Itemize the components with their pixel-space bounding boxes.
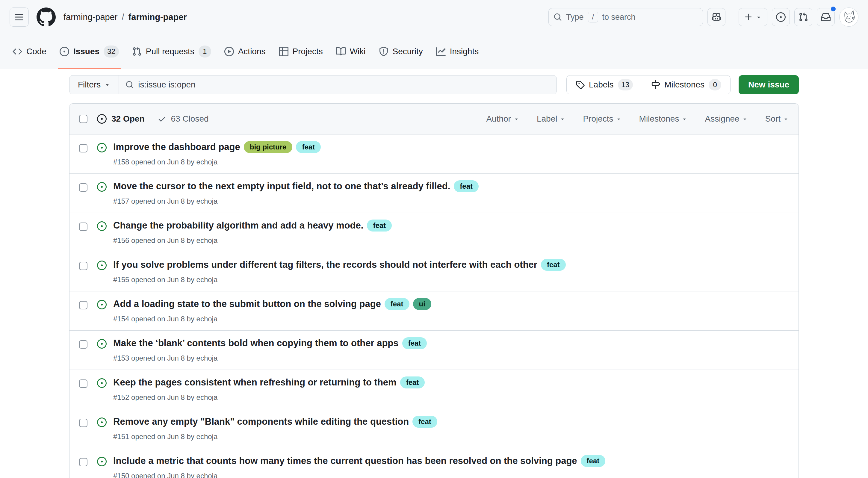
filter-dropdown-label[interactable]: Label — [537, 114, 566, 124]
open-issue-icon — [97, 261, 106, 270]
tab-insights[interactable]: Insights — [431, 34, 484, 69]
labels-button[interactable]: Labels 13 — [567, 75, 642, 94]
tab-label: Insights — [450, 47, 479, 56]
issue-title-link[interactable]: Include a metric that counts how many ti… — [113, 455, 577, 466]
caret-down-icon — [742, 116, 748, 122]
tab-security[interactable]: Security — [373, 34, 428, 69]
issue-title-link[interactable]: Remove any empty "Blank" components whil… — [113, 416, 409, 427]
breadcrumb-owner-link[interactable]: farming-paper — [63, 12, 118, 22]
global-search-input[interactable]: Type / to search — [549, 8, 703, 26]
filter-dropdown-author[interactable]: Author — [486, 114, 519, 124]
your-issues-button[interactable] — [772, 8, 790, 26]
issue-title-line: Keep the pages consistent when refreshin… — [113, 377, 425, 388]
issue-title-link[interactable]: Improve the dashboard page — [113, 142, 240, 153]
your-pull-requests-button[interactable] — [794, 8, 812, 26]
issue-row: Include a metric that counts how many ti… — [69, 448, 799, 478]
select-all-checkbox[interactable] — [79, 115, 88, 123]
issue-row: Improve the dashboard page big picturefe… — [69, 134, 799, 173]
issue-row: Remove any empty "Blank" components whil… — [69, 409, 799, 448]
tab-code[interactable]: Code — [7, 34, 52, 69]
issue-label[interactable]: feat — [454, 180, 478, 192]
issue-checkbox[interactable] — [79, 340, 88, 349]
issue-title-link[interactable]: Change the probability algorithm and add… — [113, 220, 363, 231]
milestones-button[interactable]: Milestones 0 — [642, 75, 730, 94]
issue-label[interactable]: feat — [541, 259, 566, 271]
tab-pull-requests[interactable]: Pull requests1 — [127, 34, 217, 69]
notification-dot — [830, 6, 837, 12]
closed-count-label: 63 Closed — [171, 114, 209, 124]
user-avatar[interactable] — [839, 7, 859, 27]
create-new-button[interactable] — [739, 8, 767, 26]
inbox-icon — [821, 12, 831, 22]
issue-title-link[interactable]: Make the ‘blank’ contents bold when copy… — [113, 338, 399, 349]
app-header: farming-paper / farming-paper Type / to … — [0, 0, 868, 34]
issue-label[interactable]: feat — [296, 141, 321, 153]
open-issue-icon — [97, 143, 106, 153]
issue-row: Add a loading state to the submit button… — [69, 291, 799, 330]
copilot-button[interactable] — [708, 8, 725, 26]
filters-label: Filters — [78, 80, 101, 90]
filter-dropdown-projects[interactable]: Projects — [583, 114, 621, 124]
caret-down-icon — [104, 82, 110, 88]
issue-meta: #156 opened on Jun 8 by echoja — [113, 236, 392, 245]
search-icon — [125, 81, 134, 89]
filter-label: Label — [537, 114, 557, 124]
tab-actions[interactable]: Actions — [219, 34, 271, 69]
tab-wiki[interactable]: Wiki — [331, 34, 371, 69]
issue-title-link[interactable]: If you solve problems under different ta… — [113, 259, 537, 270]
hamburger-menu-button[interactable] — [9, 7, 29, 27]
issue-title-link[interactable]: Add a loading state to the submit button… — [113, 298, 381, 309]
issue-label[interactable]: feat — [384, 298, 409, 310]
caret-down-icon — [681, 116, 687, 122]
open-count-label: 32 Open — [112, 114, 144, 124]
issue-row: Keep the pages consistent when refreshin… — [69, 370, 799, 409]
issue-checkbox[interactable] — [79, 183, 88, 192]
tab-count-badge: 1 — [198, 45, 211, 58]
filter-dropdown-sort[interactable]: Sort — [765, 114, 789, 124]
filter-label: Milestones — [639, 114, 679, 124]
issue-content: Include a metric that counts how many ti… — [113, 455, 605, 478]
tab-label: Actions — [238, 47, 266, 56]
issues-search-input[interactable]: is:issue is:open — [119, 75, 557, 94]
filter-dropdown-assignee[interactable]: Assignee — [705, 114, 748, 124]
issue-label[interactable]: feat — [581, 455, 606, 467]
issue-meta: #152 opened on Jun 8 by echoja — [113, 393, 425, 402]
tab-projects[interactable]: Projects — [274, 34, 328, 69]
check-icon — [158, 115, 166, 123]
issue-checkbox[interactable] — [79, 458, 88, 466]
issue-checkbox[interactable] — [79, 379, 88, 388]
github-logo[interactable] — [36, 7, 56, 27]
filters-dropdown-button[interactable]: Filters — [69, 75, 119, 94]
filter-search-group: Filters is:issue is:open — [69, 75, 557, 94]
open-issues-toggle[interactable]: 32 Open — [97, 114, 144, 124]
tab-label: Wiki — [350, 47, 366, 56]
issue-checkbox[interactable] — [79, 301, 88, 309]
filter-label: Author — [486, 114, 511, 124]
issue-label[interactable]: feat — [402, 337, 427, 349]
issue-label[interactable]: ui — [413, 298, 431, 310]
inbox-button[interactable] — [817, 8, 835, 26]
breadcrumb-repo-link[interactable]: farming-paper — [128, 12, 187, 22]
issue-title-line: If you solve problems under different ta… — [113, 259, 566, 271]
issue-checkbox[interactable] — [79, 144, 88, 153]
issue-label[interactable]: big picture — [244, 141, 292, 153]
git-pull-request-icon — [132, 47, 142, 56]
caret-down-icon — [783, 116, 789, 122]
issue-checkbox[interactable] — [79, 223, 88, 231]
issue-checkbox[interactable] — [79, 419, 88, 427]
issue-label[interactable]: feat — [367, 220, 392, 231]
tab-issues[interactable]: Issues32 — [54, 34, 124, 69]
issue-opened-icon — [97, 114, 106, 124]
filter-label: Assignee — [705, 114, 739, 124]
issue-title-link[interactable]: Keep the pages consistent when refreshin… — [113, 377, 397, 388]
issue-label[interactable]: feat — [400, 377, 425, 388]
milestones-label: Milestones — [664, 80, 705, 90]
filter-dropdown-milestones[interactable]: Milestones — [639, 114, 688, 124]
issue-title-link[interactable]: Move the cursor to the next empty input … — [113, 181, 450, 192]
new-issue-button[interactable]: New issue — [739, 75, 799, 94]
issue-checkbox[interactable] — [79, 262, 88, 270]
issue-content: Change the probability algorithm and add… — [113, 220, 392, 245]
hamburger-icon — [14, 12, 24, 22]
issue-label[interactable]: feat — [412, 416, 437, 428]
closed-issues-toggle[interactable]: 63 Closed — [158, 114, 209, 124]
